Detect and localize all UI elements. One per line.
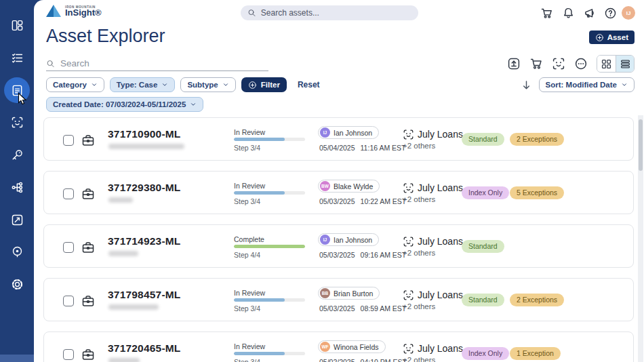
group-more: +2 others: [403, 249, 435, 257]
assignee-avatar: WF: [320, 342, 330, 352]
row-checkbox[interactable]: [63, 296, 74, 306]
sidebar-item-reports[interactable]: [11, 214, 24, 226]
assignee-pill[interactable]: BB Brian Burton: [318, 287, 380, 300]
row-checkbox[interactable]: [63, 349, 74, 360]
workflow-badge: Index Only: [462, 347, 509, 360]
redacted-subtitle: [108, 251, 138, 256]
row-checkbox[interactable]: [63, 188, 74, 199]
more-options-icon[interactable]: [574, 57, 588, 71]
chevron-down-icon: [91, 81, 98, 88]
list-view-button[interactable]: [616, 56, 634, 72]
mountain-logo-icon: [46, 5, 61, 17]
asset-id[interactable]: 371798457-ML: [108, 289, 181, 301]
asset-row[interactable]: 371714923-ML Complete Step 4/4 IJ Ian Jo…: [43, 224, 634, 268]
group-face-scan-icon: [403, 289, 414, 301]
group-more: +2 others: [403, 356, 435, 362]
export-upload-icon[interactable]: [507, 57, 521, 71]
briefcase-icon: [81, 187, 95, 201]
group-face-scan-icon: [403, 343, 414, 355]
vertical-scrollbar[interactable]: [638, 115, 643, 362]
assignee-pill[interactable]: BW Blake Wylde: [318, 180, 380, 193]
list-search-input[interactable]: [60, 58, 268, 68]
created-date-filter-chip[interactable]: Created Date: 07/03/2024-05/11/2025: [46, 97, 203, 112]
assignee-pill[interactable]: WF Winona Fields: [318, 340, 386, 353]
progress-fill: [234, 352, 285, 355]
step-label: Step 3/4: [234, 144, 260, 152]
subtype-filter-chip[interactable]: Subtype: [180, 77, 235, 92]
asset-row[interactable]: 371720465-ML In Review Step 3/4 WF Winon…: [43, 331, 634, 362]
add-to-cart-icon[interactable]: [529, 57, 543, 71]
modified-datetime: 05/03/202510:22 AM EST: [319, 197, 406, 205]
exceptions-badge: 1 Exception: [510, 347, 561, 360]
type-filter-chip[interactable]: Type: Case: [110, 77, 176, 92]
scrollbar-thumb[interactable]: [639, 119, 643, 171]
search-icon: [247, 8, 256, 18]
grid-icon: [601, 58, 612, 70]
status-label: In Review: [234, 128, 265, 136]
asset-id[interactable]: 371720465-ML: [108, 342, 181, 355]
face-scan-icon[interactable]: [552, 57, 565, 71]
chevron-down-icon: [190, 101, 197, 108]
workflow-badge: Standard: [462, 240, 504, 253]
assignee-name: Blake Wylde: [334, 182, 373, 190]
list-search[interactable]: [46, 56, 268, 71]
sidebar-item-access-keys[interactable]: [11, 148, 24, 161]
briefcase-icon: [81, 348, 95, 361]
group-more: +2 others: [403, 142, 435, 150]
row-checkbox[interactable]: [63, 135, 74, 146]
main-panel: IRON MOUNTAIN InSight® IJ Asset Explorer…: [34, 0, 644, 362]
page-title: Asset Explorer: [46, 26, 165, 47]
status-label: In Review: [234, 182, 265, 190]
sort-dropdown[interactable]: Sort: Modified Date: [539, 77, 635, 92]
notifications-bell-icon[interactable]: [562, 7, 575, 20]
progress-bar: [234, 245, 305, 248]
briefcase-icon: [81, 241, 95, 254]
chart-arrow-icon: [11, 214, 24, 226]
asset-row[interactable]: 371710900-ML In Review Step 3/4 IJ Ian J…: [43, 117, 634, 161]
group-more: +2 others: [403, 302, 435, 310]
sidebar-item-settings[interactable]: [11, 278, 24, 291]
group-name: July Loans: [418, 182, 463, 193]
sort-direction-arrow-icon[interactable]: [521, 79, 532, 91]
cart-icon[interactable]: [540, 7, 553, 20]
status-label: Complete: [234, 235, 264, 243]
sidebar-item-dashboard[interactable]: [11, 19, 24, 32]
asset-id[interactable]: 371729380-ML: [108, 182, 181, 194]
plus-circle-icon: [248, 81, 257, 89]
group-name: July Loans: [418, 236, 463, 247]
assignee-pill[interactable]: IJ Ian Johnson: [318, 233, 379, 246]
workflow-badge: Standard: [462, 294, 504, 306]
asset-list: 371710900-ML In Review Step 3/4 IJ Ian J…: [43, 117, 634, 362]
assignee-pill[interactable]: IJ Ian Johnson: [318, 126, 379, 139]
grid-view-button[interactable]: [597, 56, 616, 72]
sidebar-item-tasks[interactable]: [11, 52, 24, 64]
user-avatar[interactable]: IJ: [622, 6, 635, 20]
sort-bar: Sort: Modified Date: [521, 77, 635, 92]
add-asset-button[interactable]: Asset: [589, 31, 635, 44]
filter-button[interactable]: Filter: [241, 77, 287, 92]
briefcase-icon: [81, 294, 95, 308]
global-search[interactable]: [241, 5, 418, 20]
row-checkbox[interactable]: [63, 242, 74, 253]
global-search-input[interactable]: [261, 8, 411, 18]
workflow-badge: Index Only: [462, 186, 509, 199]
reset-button[interactable]: Reset: [298, 80, 320, 89]
help-icon[interactable]: [604, 7, 617, 20]
asset-id[interactable]: 371710900-ML: [108, 128, 181, 140]
sidebar-item-locations[interactable]: [11, 245, 24, 258]
step-label: Step 3/4: [234, 304, 260, 313]
key-icon: [11, 148, 24, 161]
announcements-megaphone-icon[interactable]: [584, 7, 597, 20]
asset-row[interactable]: 371729380-ML In Review Step 3/4 BW Blake…: [43, 171, 634, 214]
sidebar-item-hierarchy[interactable]: [11, 181, 24, 194]
toolbar: [507, 55, 635, 73]
category-filter-chip[interactable]: Category: [46, 77, 104, 92]
modified-datetime: 05/04/202511:16 AM EST: [319, 144, 406, 152]
asset-row[interactable]: 371798457-ML In Review Step 3/4 BB Brian…: [43, 278, 634, 321]
hierarchy-icon: [11, 181, 24, 194]
sidebar-item-scan[interactable]: [11, 116, 24, 129]
list-icon: [620, 58, 631, 70]
progress-fill: [234, 298, 285, 302]
asset-id[interactable]: 371714923-ML: [108, 235, 181, 247]
redacted-subtitle: [108, 358, 140, 362]
